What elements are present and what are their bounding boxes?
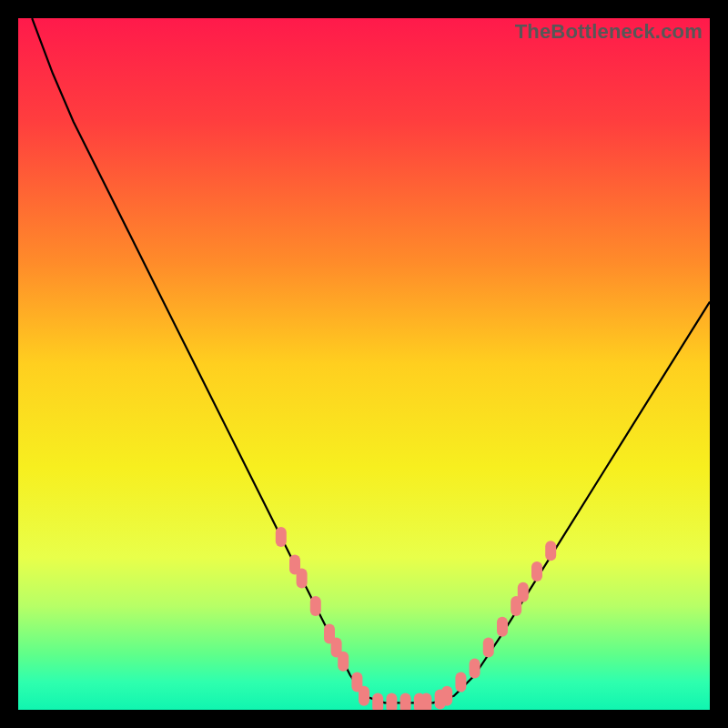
- marker-point: [545, 541, 556, 561]
- marker-point: [441, 686, 452, 706]
- marker-point: [455, 672, 466, 693]
- marker-point: [531, 561, 542, 581]
- marker-point: [400, 693, 411, 710]
- plot-area: TheBottleneck.com: [18, 18, 710, 710]
- marker-point: [297, 569, 308, 589]
- bottleneck-curve: [32, 18, 710, 703]
- marker-point: [338, 652, 349, 672]
- marker-point: [470, 658, 480, 678]
- marker-point: [483, 638, 494, 658]
- marker-point: [420, 693, 431, 710]
- marker-point: [518, 582, 529, 602]
- marker-point: [372, 693, 383, 710]
- marker-point: [359, 686, 369, 706]
- marker-point: [386, 693, 397, 710]
- chart-frame: TheBottleneck.com: [0, 0, 728, 728]
- marker-point: [310, 596, 321, 616]
- curve-layer: [18, 18, 710, 710]
- marker-point: [497, 617, 508, 637]
- marker-point: [276, 527, 287, 547]
- watermark-text: TheBottleneck.com: [515, 20, 703, 44]
- marker-group: [276, 527, 556, 710]
